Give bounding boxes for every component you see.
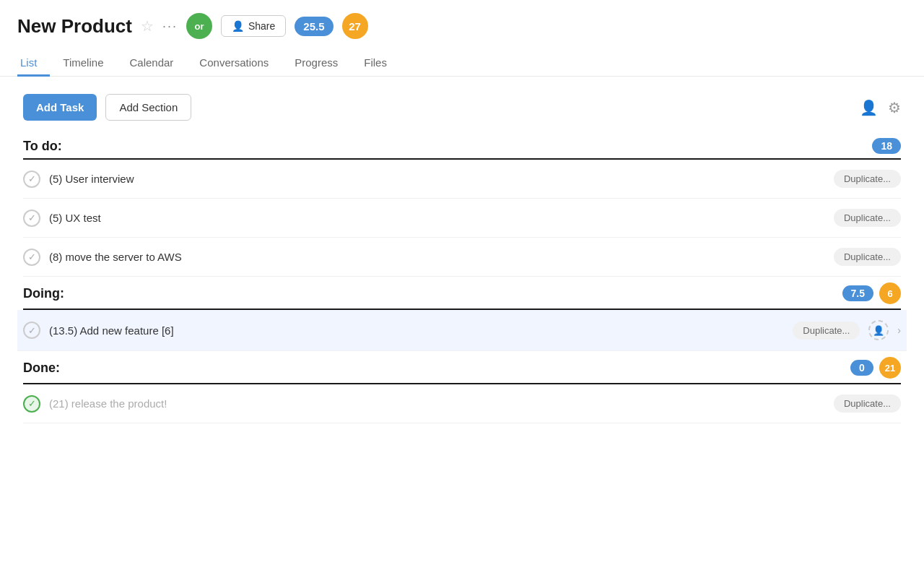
filter-icon[interactable]: ⚙ (888, 99, 901, 116)
header-top-row: New Product ☆ ··· or 👤 Share 25.5 27 (17, 13, 907, 39)
star-icon[interactable]: ☆ (141, 17, 154, 35)
duplicate-button-0-0[interactable]: Duplicate... (834, 170, 901, 188)
section-title-1: Doing: (23, 286, 64, 301)
nav-tab-conversations[interactable]: Conversations (186, 51, 282, 77)
task-check-0-2[interactable]: ✓ (23, 249, 40, 266)
nav-tab-list[interactable]: List (17, 51, 50, 77)
task-row-2-0: ✓(21) release the product!Duplicate... (23, 384, 901, 423)
duplicate-button-0-1[interactable]: Duplicate... (834, 209, 901, 227)
share-button[interactable]: 👤 Share (221, 15, 286, 37)
task-avatar-1-0[interactable]: 👤 (868, 320, 889, 340)
section-title-0: To do: (23, 139, 62, 154)
task-row-0-0: ✓(5) User interviewDuplicate... (23, 160, 901, 199)
task-row-0-1: ✓(5) UX testDuplicate... (23, 199, 901, 238)
nav-tab-progress[interactable]: Progress (282, 51, 351, 77)
toolbar: Add Task Add Section 👤 ⚙ (23, 94, 901, 121)
page-header: New Product ☆ ··· or 👤 Share 25.5 27 Lis… (0, 0, 924, 77)
section-badge-blue-0: 18 (872, 138, 901, 154)
duplicate-button-2-0[interactable]: Duplicate... (834, 394, 901, 413)
duplicate-button-0-2[interactable]: Duplicate... (834, 248, 901, 266)
project-title: New Product (17, 15, 132, 38)
badge-orange-header: 27 (342, 13, 368, 39)
nav-tab-calendar[interactable]: Calendar (116, 51, 186, 77)
task-row-1-0: ✓(13.5) Add new feature [6]Duplicate...👤… (17, 310, 907, 351)
share-icon: 👤 (232, 20, 244, 32)
section-badge-orange-1: 6 (879, 282, 901, 304)
section-badges-0: 18 (872, 138, 901, 154)
task-chevron-1-0[interactable]: › (897, 324, 901, 336)
section-badge-blue-2: 0 (850, 360, 873, 376)
task-check-0-1[interactable]: ✓ (23, 210, 40, 227)
nav-tab-files[interactable]: Files (351, 51, 400, 77)
section-badge-orange-2: 21 (879, 357, 901, 379)
section-header-2: Done:021 (23, 357, 901, 384)
section-0: To do:18✓(5) User interviewDuplicate...✓… (23, 138, 901, 277)
section-header-0: To do:18 (23, 138, 901, 160)
main-content: Add Task Add Section 👤 ⚙ To do:18✓(5) Us… (0, 77, 924, 447)
task-name-2-0: (21) release the product! (49, 397, 825, 410)
person-icon[interactable]: 👤 (860, 99, 878, 116)
task-check-2-0[interactable]: ✓ (23, 395, 40, 413)
add-section-button[interactable]: Add Section (105, 94, 191, 121)
add-task-button[interactable]: Add Task (23, 94, 97, 121)
toolbar-left: Add Task Add Section (23, 94, 191, 121)
more-options-icon[interactable]: ··· (162, 19, 178, 34)
task-name-0-1: (5) UX test (49, 212, 825, 224)
nav-tabs: ListTimelineCalendarConversationsProgres… (17, 51, 907, 76)
section-header-1: Doing:7.56 (23, 282, 901, 310)
duplicate-button-1-0[interactable]: Duplicate... (793, 322, 860, 340)
task-name-1-0: (13.5) Add new feature [6] (49, 324, 784, 337)
task-check-0-0[interactable]: ✓ (23, 171, 40, 188)
badge-blue-header: 25.5 (295, 17, 333, 36)
task-row-0-2: ✓(8) move the server to AWSDuplicate... (23, 238, 901, 277)
sections-container: To do:18✓(5) User interviewDuplicate...✓… (23, 138, 901, 423)
section-badges-1: 7.56 (842, 282, 901, 304)
section-title-2: Done: (23, 361, 60, 376)
toolbar-right: 👤 ⚙ (860, 99, 901, 116)
task-name-0-0: (5) User interview (49, 173, 825, 185)
task-name-0-2: (8) move the server to AWS (49, 251, 825, 263)
nav-tab-timeline[interactable]: Timeline (50, 51, 116, 77)
section-badge-blue-1: 7.5 (842, 285, 873, 301)
task-check-1-0[interactable]: ✓ (23, 322, 40, 339)
share-label: Share (248, 20, 275, 32)
section-badges-2: 021 (850, 357, 901, 379)
section-2: Done:021✓(21) release the product!Duplic… (23, 357, 901, 423)
avatar: or (186, 13, 212, 39)
section-1: Doing:7.56✓(13.5) Add new feature [6]Dup… (23, 282, 901, 351)
